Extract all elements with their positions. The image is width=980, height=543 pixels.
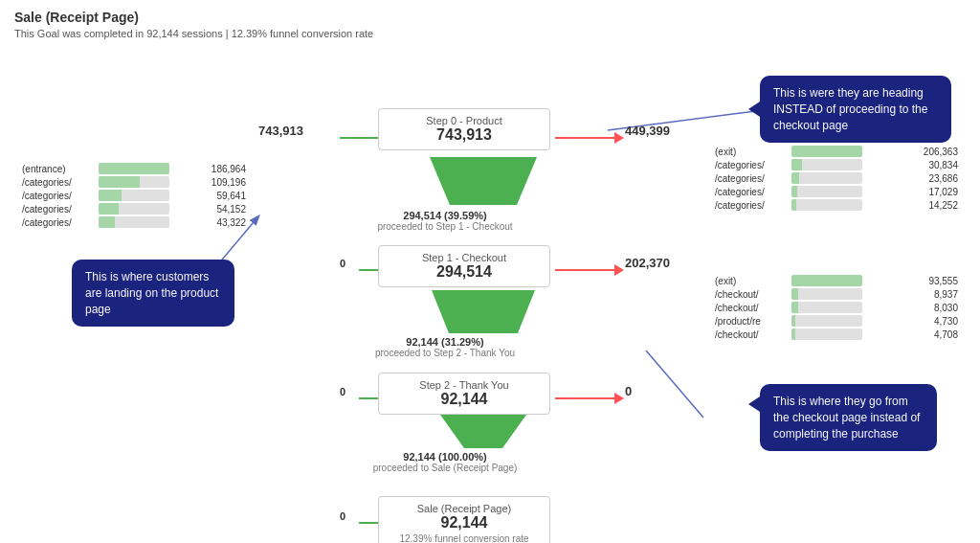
row-label: /checkout/ — [712, 287, 789, 301]
final-value: 92,144 — [390, 514, 538, 532]
row-bar — [789, 274, 865, 287]
step1-right-arrow — [555, 264, 624, 276]
step2-funnel — [435, 415, 531, 448]
step1-right-table: (exit) 93,555 /checkout/ 8,937 /checkout… — [712, 274, 961, 341]
row-bar — [96, 189, 172, 202]
left-table-row: (entrance) 186,964 — [19, 162, 249, 175]
row-value: 109,196 — [172, 175, 249, 189]
row-bar — [789, 171, 865, 185]
row-bar — [96, 175, 172, 189]
right-table-row: /checkout/ 8,937 — [712, 287, 961, 301]
final-label: Sale (Receipt Page) — [390, 503, 538, 514]
row-value: 30,834 — [865, 158, 961, 171]
final-box: Sale (Receipt Page) 92,144 12.39% funnel… — [378, 496, 550, 543]
step1-exit-value: 202,370 — [625, 256, 670, 270]
step2-value: 92,144 — [390, 391, 538, 408]
step1-funnel — [426, 290, 541, 333]
funnel-wrapper: 743,913 Step 0 - Product 743,913 449,399 — [14, 49, 966, 543]
row-label: /categories/ — [712, 171, 789, 185]
row-value: 59,641 — [172, 189, 249, 202]
step0-right-arrow — [555, 132, 624, 144]
row-label: /checkout/ — [712, 301, 789, 314]
arrow-line — [340, 137, 378, 139]
row-value: 43,322 — [172, 215, 249, 229]
row-bar — [96, 162, 172, 175]
row-value: 4,730 — [865, 314, 961, 328]
row-value: 17,029 — [865, 185, 961, 198]
row-label: (exit) — [712, 274, 789, 287]
row-label: /categories/ — [19, 202, 96, 215]
page-title: Sale (Receipt Page) — [14, 10, 966, 25]
row-value: 4,708 — [865, 328, 961, 341]
final-conversion: 12.39% funnel conversion rate — [390, 533, 538, 543]
row-value: 14,252 — [865, 198, 961, 212]
tooltip-product-page: This is where customers are landing on t… — [72, 260, 234, 327]
tooltip-arrow — [748, 102, 760, 117]
step2-label: Step 2 - Thank You — [390, 379, 538, 391]
tooltip-arrow-2 — [748, 396, 760, 412]
row-bar — [789, 145, 865, 158]
left-data-table: (entrance) 186,964 /categories/ 109,196 … — [19, 162, 249, 229]
step0-label: Step 0 - Product — [390, 115, 538, 126]
row-label: /categories/ — [712, 158, 789, 171]
page-container: Sale (Receipt Page) This Goal was comple… — [0, 0, 980, 543]
row-label: /categories/ — [712, 185, 789, 198]
step0-exit-value: 449,399 — [625, 124, 670, 138]
row-bar — [789, 314, 865, 328]
left-table-row: /categories/ 59,641 — [19, 189, 249, 202]
step1-box: Step 1 - Checkout 294,514 — [378, 245, 550, 287]
right-data-table-step0: (exit) 206,363 /categories/ 30,834 /cate… — [712, 145, 961, 212]
step0-box: Step 0 - Product 743,913 — [378, 108, 550, 150]
funnel-body — [416, 157, 550, 205]
left-table-row: /categories/ 109,196 — [19, 175, 249, 189]
row-value: 54,152 — [172, 202, 249, 215]
row-label: /product/re — [712, 314, 789, 328]
row-label: /categories/ — [19, 175, 96, 189]
right-table-row: (exit) 206,363 — [712, 145, 961, 158]
step0-value: 743,913 — [390, 126, 538, 144]
step0-left-table: (entrance) 186,964 /categories/ 109,196 … — [19, 162, 249, 229]
right-table-row: /categories/ 30,834 — [712, 158, 961, 171]
step0-proceeded: 294,514 (39.59%) proceeded to Step 1 - C… — [349, 210, 541, 232]
step1-label: Step 1 - Checkout — [390, 252, 538, 263]
row-bar — [96, 215, 172, 229]
right-table-row: /categories/ 17,029 — [712, 185, 961, 198]
row-label: /categories/ — [19, 189, 96, 202]
svg-line-2 — [646, 351, 703, 418]
step0-right-table: (exit) 206,363 /categories/ 30,834 /cate… — [712, 145, 961, 212]
row-value: 23,686 — [865, 171, 961, 185]
step2-right-arrow — [555, 393, 624, 404]
right-table-row: /checkout/ 8,030 — [712, 301, 961, 314]
step1-value: 294,514 — [390, 263, 538, 281]
step1-left-zero: 0 — [340, 258, 345, 269]
left-table-row: /categories/ 43,322 — [19, 215, 249, 229]
row-bar — [789, 185, 865, 198]
step2-right-zero: 0 — [625, 384, 632, 398]
page-subtitle: This Goal was completed in 92,144 sessio… — [14, 28, 966, 39]
right-table-row: /product/re 4,730 — [712, 314, 961, 328]
row-value: 8,030 — [865, 301, 961, 314]
tooltip-from-checkout: This is where they go from the checkout … — [760, 384, 937, 451]
row-label: /categories/ — [712, 198, 789, 212]
final-left-zero: 0 — [340, 510, 345, 522]
row-bar — [789, 301, 865, 314]
row-bar — [789, 328, 865, 341]
right-table-row: (exit) 93,555 — [712, 274, 961, 287]
tooltip-instead-checkout: This is were they are heading INSTEAD of… — [760, 76, 951, 143]
row-label: (exit) — [712, 145, 789, 158]
step0-funnel — [416, 157, 550, 205]
row-value: 186,964 — [172, 162, 249, 175]
step2-left-zero: 0 — [340, 386, 345, 397]
left-table-row: /categories/ 54,152 — [19, 202, 249, 215]
arrow-line-body — [557, 137, 614, 139]
step2-box: Step 2 - Thank You 92,144 — [378, 373, 550, 415]
row-bar — [789, 158, 865, 171]
step2-proceeded: 92,144 (100.00%) proceeded to Sale (Rece… — [349, 451, 541, 473]
right-data-table-step1: (exit) 93,555 /checkout/ 8,937 /checkout… — [712, 274, 961, 341]
row-value: 206,363 — [865, 145, 961, 158]
row-bar — [789, 287, 865, 301]
right-table-row: /categories/ 23,686 — [712, 171, 961, 185]
row-label: (entrance) — [19, 162, 96, 175]
row-value: 93,555 — [865, 274, 961, 287]
row-bar — [96, 202, 172, 215]
